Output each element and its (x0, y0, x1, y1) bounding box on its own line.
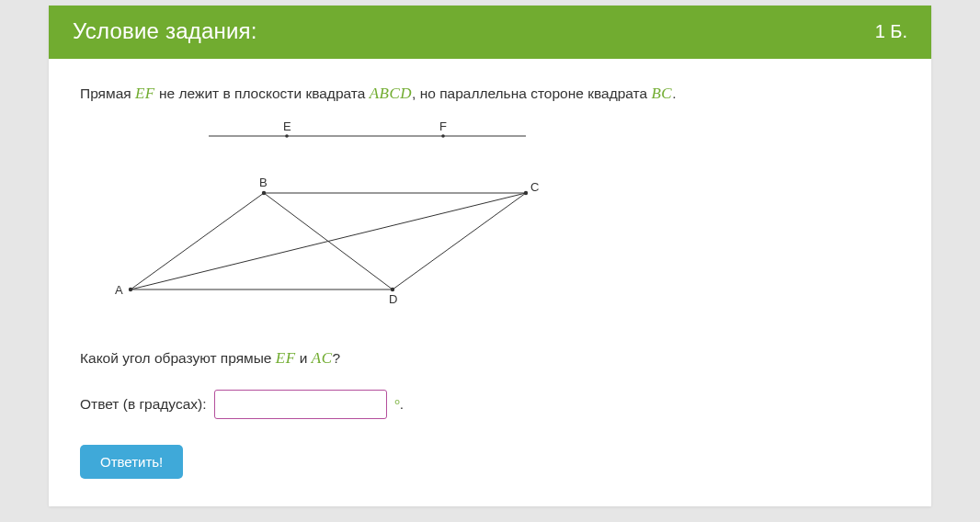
question-text: Какой угол образуют прямые EF и AC? (80, 349, 900, 368)
math-abcd: ABCD (370, 85, 412, 102)
text-fragment: не лежит в плоскости квадрата (155, 85, 370, 101)
label-C: C (530, 180, 539, 194)
answer-label: Ответ (в градусах): (80, 396, 207, 413)
submit-button[interactable]: Ответить! (80, 445, 183, 479)
math-ef-2: EF (276, 349, 296, 367)
svg-point-2 (441, 134, 445, 138)
answer-input[interactable] (214, 390, 387, 419)
label-D: D (389, 292, 397, 306)
task-body: Прямая EF не лежит в плоскости квадрата … (49, 59, 931, 506)
task-title: Условие задания: (73, 18, 257, 44)
math-bc: BC (651, 85, 672, 102)
task-card: Условие задания: 1 Б. Прямая EF не лежит… (49, 6, 931, 506)
problem-statement: Прямая EF не лежит в плоскости квадрата … (80, 85, 900, 103)
svg-point-1 (285, 134, 289, 138)
text-fragment: . (400, 396, 404, 412)
text-fragment: , но параллельна стороне квадрата (412, 85, 651, 101)
text-fragment: . (672, 85, 676, 101)
text-fragment: и (296, 350, 312, 366)
answer-row: Ответ (в градусах): °. (80, 390, 900, 419)
text-fragment: Прямая (80, 85, 135, 101)
svg-point-8 (524, 191, 528, 195)
label-F: F (439, 119, 447, 133)
svg-point-6 (129, 288, 132, 291)
label-E: E (283, 119, 291, 133)
svg-point-9 (391, 288, 394, 291)
text-fragment: Какой угол образуют прямые (80, 350, 276, 366)
task-header: Условие задания: 1 Б. (49, 6, 931, 59)
math-ef: EF (135, 85, 155, 102)
label-B: B (259, 176, 268, 189)
svg-point-7 (262, 191, 266, 195)
svg-line-5 (264, 193, 393, 289)
geometry-figure: E F A B C D (98, 119, 900, 312)
label-A: A (115, 283, 123, 297)
math-ac: AC (312, 349, 333, 367)
text-fragment: ? (333, 350, 341, 366)
task-points: 1 Б. (875, 21, 907, 42)
